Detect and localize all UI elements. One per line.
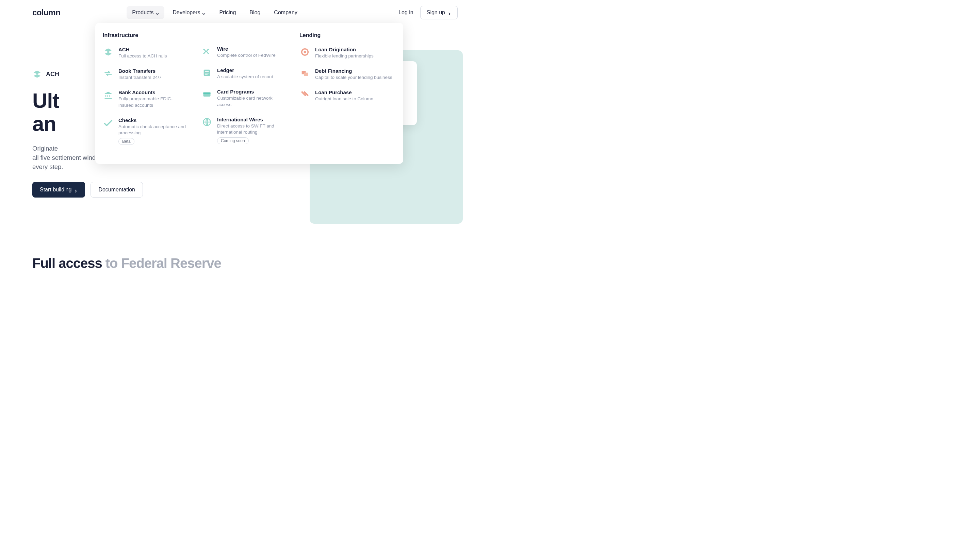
nav-pricing-label: Pricing xyxy=(219,10,236,16)
menu-item-desc: Capital to scale your lending business xyxy=(315,75,392,81)
origination-icon xyxy=(299,47,310,57)
bank-icon xyxy=(103,89,114,100)
nav-pricing[interactable]: Pricing xyxy=(214,6,241,19)
menu-item-title: Wire xyxy=(217,46,275,52)
heading-light-2: ACH processing xyxy=(32,271,134,272)
logo-text: column xyxy=(32,8,60,17)
menu-col-lending: Lending Loan Origination Flexible lendin… xyxy=(293,32,401,154)
menu-item-ledger[interactable]: Ledger A scalable system of record xyxy=(202,67,285,80)
menu-item-card-programs[interactable]: Card Programs Customizable card network … xyxy=(202,89,285,108)
menu-item-book-transfers[interactable]: Book Transfers Instant transfers 24/7 xyxy=(103,68,186,81)
menu-item-desc: Flexible lending partnerships xyxy=(315,53,374,59)
signup-button[interactable]: Sign up xyxy=(420,6,458,19)
menu-item-desc: Fully programmable FDIC-insured accounts xyxy=(118,96,186,108)
beta-badge: Beta xyxy=(118,138,134,145)
nav-developers[interactable]: Developers xyxy=(167,6,211,19)
menu-item-title: Bank Accounts xyxy=(118,89,186,95)
menu-item-title: ACH xyxy=(118,47,167,52)
menu-item-desc: Automatic check acceptance and processin… xyxy=(118,124,186,136)
products-mega-menu: Infrastructure ACH Full access to ACH ra… xyxy=(95,23,403,164)
menu-item-checks[interactable]: Checks Automatic check acceptance and pr… xyxy=(103,117,186,145)
menu-item-debt-financing[interactable]: Debt Financing Capital to scale your len… xyxy=(299,68,394,81)
svg-point-5 xyxy=(304,51,306,53)
svg-rect-2 xyxy=(204,93,211,95)
nav-blog[interactable]: Blog xyxy=(244,6,266,19)
menu-item-title: Book Transfers xyxy=(118,68,162,74)
menu-item-title: Checks xyxy=(118,117,186,123)
chevron-right-icon xyxy=(74,188,78,192)
start-building-label: Start building xyxy=(40,187,72,193)
header-right: Log in Sign up xyxy=(398,6,458,19)
menu-item-ach[interactable]: ACH Full access to ACH rails xyxy=(103,47,186,59)
menu-item-international-wires[interactable]: International Wires Direct access to SWI… xyxy=(202,117,285,144)
menu-item-desc: Instant transfers 24/7 xyxy=(118,75,162,81)
menu-item-desc: Customizable card network access xyxy=(217,95,285,108)
menu-item-loan-origination[interactable]: Loan Origination Flexible lending partne… xyxy=(299,47,394,59)
heading-dark: Full access xyxy=(32,256,102,271)
layers-icon xyxy=(103,47,114,57)
nav-blog-label: Blog xyxy=(250,10,260,16)
header: column Products Developers Pricing Blog … xyxy=(0,0,490,25)
transfer-icon xyxy=(103,68,114,79)
hero-title-line2: an xyxy=(32,112,56,135)
hero-title-line1: Ult xyxy=(32,89,59,112)
nav-company-label: Company xyxy=(274,10,297,16)
purchase-icon xyxy=(299,89,310,100)
nav-products[interactable]: Products xyxy=(127,6,164,19)
documentation-button[interactable]: Documentation xyxy=(91,182,143,198)
wire-icon xyxy=(202,46,212,57)
menu-item-wire[interactable]: Wire Complete control of FedWire xyxy=(202,46,285,59)
menu-item-title: Ledger xyxy=(217,67,273,73)
globe-icon xyxy=(202,117,212,127)
coming-soon-badge: Coming soon xyxy=(217,137,249,144)
menu-item-desc: Outright loan sale to Column xyxy=(315,96,373,102)
menu-item-desc: Direct access to SWIFT and international… xyxy=(217,123,285,135)
check-icon xyxy=(103,117,114,128)
chevron-down-icon xyxy=(202,11,205,14)
menu-item-desc: Complete control of FedWire xyxy=(217,52,275,59)
nav-products-label: Products xyxy=(132,10,153,16)
menu-col-infrastructure-1: Infrastructure ACH Full access to ACH ra… xyxy=(95,32,194,154)
financing-icon xyxy=(299,68,310,79)
login-link[interactable]: Log in xyxy=(398,10,414,16)
menu-item-title: Loan Origination xyxy=(315,47,374,52)
chevron-right-icon xyxy=(448,11,451,14)
layers-icon xyxy=(32,69,42,79)
menu-item-desc: Full access to ACH rails xyxy=(118,53,167,59)
svg-rect-7 xyxy=(304,73,308,76)
menu-item-desc: A scalable system of record xyxy=(217,74,273,80)
section-heading: Full access to Federal Reserve ACH proce… xyxy=(0,255,490,272)
ledger-icon xyxy=(202,67,212,78)
card-icon xyxy=(202,89,212,100)
logo[interactable]: column xyxy=(32,8,60,17)
chevron-down-icon xyxy=(156,11,159,14)
menu-section-lending: Lending xyxy=(299,32,394,38)
menu-section-infrastructure: Infrastructure xyxy=(103,32,186,38)
menu-col-infrastructure-2: Wire Complete control of FedWire Ledger … xyxy=(194,32,293,154)
nav-developers-label: Developers xyxy=(172,10,200,16)
menu-item-title: Debt Financing xyxy=(315,68,392,74)
menu-item-title: Loan Purchase xyxy=(315,89,373,95)
main-nav: Products Developers Pricing Blog Company xyxy=(127,6,303,19)
heading-light-1: to Federal Reserve xyxy=(102,256,221,271)
documentation-label: Documentation xyxy=(98,187,135,192)
menu-item-title: International Wires xyxy=(217,117,285,122)
nav-company[interactable]: Company xyxy=(269,6,302,19)
start-building-button[interactable]: Start building xyxy=(32,182,85,198)
menu-item-bank-accounts[interactable]: Bank Accounts Fully programmable FDIC-in… xyxy=(103,89,186,108)
menu-item-loan-purchase[interactable]: Loan Purchase Outright loan sale to Colu… xyxy=(299,89,394,102)
menu-item-title: Card Programs xyxy=(217,89,285,95)
signup-label: Sign up xyxy=(427,10,445,16)
hero-badge-text: ACH xyxy=(46,71,59,78)
